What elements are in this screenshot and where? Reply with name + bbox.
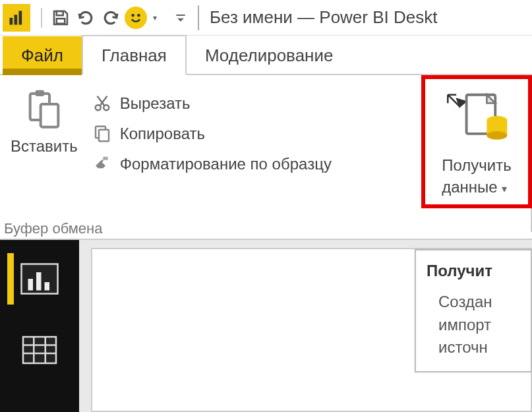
redo-icon <box>101 8 121 28</box>
format-painter-button[interactable]: Форматирование по образцу <box>84 149 338 179</box>
svg-line-18 <box>100 160 103 163</box>
cut-label: Вырезать <box>120 94 191 113</box>
feedback-dropdown[interactable]: ▾ <box>149 13 161 22</box>
undo-button[interactable] <box>74 5 98 31</box>
svg-rect-0 <box>10 18 13 25</box>
view-rail <box>0 240 79 412</box>
svg-rect-26 <box>45 282 50 291</box>
redo-button[interactable] <box>99 5 123 31</box>
get-data-label-1: Получить <box>442 156 511 174</box>
svg-rect-9 <box>36 90 44 96</box>
copy-icon <box>91 123 113 145</box>
svg-rect-3 <box>57 11 63 15</box>
paste-label: Вставить <box>11 137 78 156</box>
report-view-icon <box>20 262 59 295</box>
copy-button[interactable]: Копировать <box>84 119 338 149</box>
tooltip-line: импорт <box>438 314 523 337</box>
app-icon <box>3 4 30 32</box>
save-icon <box>51 8 71 28</box>
chevron-down-icon: ▾ <box>502 183 507 194</box>
format-painter-label: Форматирование по образцу <box>120 155 332 173</box>
feedback-button[interactable] <box>124 5 148 31</box>
undo-icon <box>76 8 96 28</box>
format-painter-icon <box>91 153 113 175</box>
cut-icon <box>91 92 113 115</box>
data-view-button[interactable] <box>11 324 69 376</box>
save-button[interactable] <box>49 5 73 31</box>
svg-point-22 <box>487 131 507 140</box>
separator <box>198 5 199 30</box>
paste-icon <box>20 86 68 133</box>
paste-button[interactable]: Вставить <box>4 82 84 160</box>
ribbon-tabs: Файл Главная Моделирование <box>0 36 532 75</box>
svg-rect-27 <box>23 337 56 363</box>
copy-label: Копировать <box>120 125 205 143</box>
window-title: Без имени — Power BI Deskt <box>210 7 437 28</box>
cut-button[interactable]: Вырезать <box>84 88 338 119</box>
tooltip-line: Создан <box>438 291 523 314</box>
svg-rect-1 <box>15 15 18 24</box>
group-clipboard-label: Буфер обмена <box>4 220 527 237</box>
title-bar: ▾ Без имени — Power BI Deskt <box>0 0 532 36</box>
svg-rect-24 <box>28 279 34 291</box>
tab-home[interactable]: Главная <box>82 35 187 75</box>
tab-modeling[interactable]: Моделирование <box>187 36 352 74</box>
svg-rect-7 <box>176 15 185 16</box>
svg-point-6 <box>137 14 140 17</box>
tooltip-line: источн <box>438 336 523 359</box>
data-view-icon <box>20 334 59 367</box>
svg-rect-16 <box>99 130 109 142</box>
ribbon: Вставить Вырезать <box>0 75 532 240</box>
get-data-button[interactable]: Получить данные ▾ <box>421 75 532 208</box>
qat-customize[interactable] <box>174 5 187 31</box>
svg-rect-10 <box>41 104 59 127</box>
get-data-label-2: данные <box>442 178 497 196</box>
svg-rect-25 <box>36 272 42 291</box>
customize-icon <box>174 8 187 28</box>
report-view-button[interactable] <box>7 253 65 305</box>
svg-rect-4 <box>57 18 65 24</box>
svg-rect-2 <box>19 11 22 24</box>
tooltip-title: Получит <box>427 260 523 283</box>
separator <box>41 8 42 28</box>
get-data-icon <box>440 83 513 155</box>
svg-rect-17 <box>103 157 108 160</box>
get-data-tooltip: Получит Создан импорт источн <box>415 249 532 372</box>
tab-file[interactable]: Файл <box>3 36 82 75</box>
powerbi-icon <box>7 9 26 27</box>
smiley-icon <box>125 7 147 29</box>
svg-point-5 <box>131 14 134 17</box>
